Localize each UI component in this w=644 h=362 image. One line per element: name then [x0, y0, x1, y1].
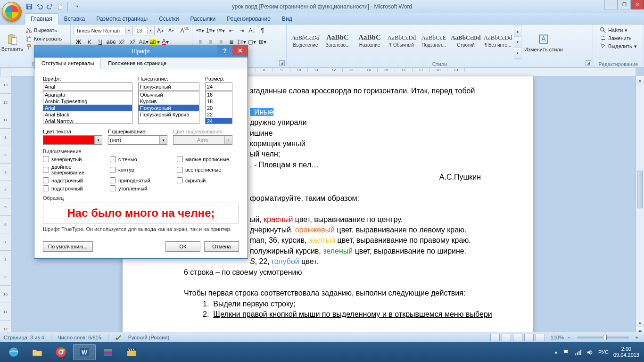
list-item[interactable]: 16 — [206, 91, 232, 98]
maximize-button[interactable]: ❐ — [618, 0, 631, 9]
tab-home[interactable]: Главная — [25, 13, 58, 25]
tab-references[interactable]: Ссылки — [153, 14, 184, 24]
taskbar-word[interactable]: W — [73, 344, 96, 360]
change-styles-button[interactable]: A Изменить стили — [521, 25, 566, 59]
tray-language[interactable]: РУС — [598, 349, 609, 355]
tab-view[interactable]: Вид — [276, 14, 298, 24]
list-item[interactable]: 24 — [206, 118, 232, 124]
zoom-out-button[interactable]: − — [566, 335, 572, 340]
style-item[interactable]: AaBbCНазвание — [354, 25, 386, 56]
clear-formatting-button[interactable]: A⌫ — [177, 25, 187, 35]
view-print-layout[interactable] — [490, 334, 500, 341]
effect-checkbox[interactable]: зачеркнутый — [43, 156, 105, 162]
zoom-slider[interactable] — [577, 337, 629, 338]
effect-checkbox[interactable]: контур — [110, 164, 172, 175]
replace-button[interactable]: Заменить — [598, 34, 639, 42]
decrease-indent-button[interactable]: ⇤ — [226, 25, 236, 35]
increase-indent-button[interactable]: ⇥ — [237, 25, 247, 35]
scroll-thumb[interactable] — [637, 171, 643, 208]
dialog-title-bar[interactable]: Шрифт ? ✕ — [34, 45, 248, 58]
select-button[interactable]: Выделить ▾ — [598, 42, 639, 50]
tab-layout[interactable]: Разметка страницы — [91, 14, 153, 24]
multilevel-button[interactable]: ⁝≡▾ — [216, 25, 226, 35]
vertical-ruler[interactable]: 131211123456789101112 — [0, 76, 11, 342]
status-page[interactable]: Страница: 3 из 4 — [4, 335, 44, 340]
list-item[interactable]: 18 — [206, 98, 232, 105]
grow-font-button[interactable]: A▲ — [156, 25, 165, 35]
effect-checkbox[interactable]: с тенью — [110, 156, 172, 162]
paste-button[interactable]: Вставить — [3, 25, 22, 59]
borders-button[interactable]: ⊞▾ — [257, 37, 267, 47]
effect-checkbox[interactable]: все прописные — [177, 164, 239, 175]
font-name-input[interactable] — [43, 82, 132, 91]
scroll-up-icon[interactable]: ▲ — [636, 76, 644, 84]
font-size-input[interactable] — [205, 82, 232, 91]
view-draft[interactable] — [536, 334, 545, 341]
effect-checkbox[interactable]: двойное зачеркивание — [43, 164, 105, 175]
spellcheck-icon[interactable] — [115, 334, 122, 341]
network-icon[interactable] — [575, 349, 582, 356]
tray-clock[interactable]: 2:00 09.04.2013 — [613, 346, 639, 358]
default-button[interactable]: По умолчанию... — [43, 241, 93, 252]
dialog-tab-position[interactable]: Положение на странице — [101, 58, 173, 69]
taskbar-explorer[interactable] — [26, 344, 49, 360]
list-item[interactable]: Полужирный — [139, 105, 199, 111]
view-outline[interactable] — [524, 334, 534, 341]
font-color-select[interactable]: ▼ — [43, 135, 102, 145]
effect-checkbox[interactable]: малые прописные — [177, 156, 239, 162]
font-list[interactable]: AparajitaArabic TypesettingArialArial Bl… — [43, 91, 132, 124]
list-item[interactable]: 20 — [206, 105, 232, 111]
show-marks-button[interactable]: ¶ — [257, 25, 267, 35]
list-item[interactable]: Обычный — [139, 91, 199, 98]
styles-gallery[interactable]: AaBbCcDdВыделениеAaBbCЗаголово...AaBbCНа… — [289, 25, 514, 56]
list-item[interactable]: Arial Black — [43, 111, 132, 118]
ok-button[interactable]: ОК — [165, 241, 200, 252]
sort-button[interactable]: A↓ — [247, 25, 257, 35]
font-size-combo[interactable]: 13▼ — [134, 26, 155, 35]
taskbar-chrome[interactable] — [50, 344, 72, 360]
zoom-in-button[interactable]: + — [634, 335, 640, 340]
style-item[interactable]: AaBbCЗаголово... — [322, 25, 354, 56]
view-web[interactable] — [513, 334, 522, 341]
styles-dialog-launcher[interactable]: ◢ — [586, 60, 591, 66]
dialog-close-button[interactable]: ✕ — [232, 45, 248, 56]
paragraph-dialog-launcher[interactable]: ◢ — [279, 60, 285, 66]
size-list[interactable]: 1618202224 — [205, 91, 232, 124]
taskbar-ie[interactable] — [2, 344, 25, 360]
dialog-help-button[interactable]: ? — [217, 45, 232, 56]
shading-button[interactable]: ▢▾ — [247, 37, 257, 47]
underline-select[interactable]: (нет)▼ — [108, 135, 167, 145]
styles-gallery-scroll[interactable]: ▲▼▾ — [514, 25, 521, 59]
cut-button[interactable]: Вырезать — [24, 26, 64, 34]
tab-insert[interactable]: Вставка — [58, 14, 91, 24]
cancel-button[interactable]: Отмена — [204, 241, 239, 252]
font-family-combo[interactable]: Times New Roman▼ — [74, 26, 133, 35]
zoom-level[interactable]: 110% — [551, 335, 564, 340]
style-item[interactable]: AaBbCcDdВыделение — [289, 25, 322, 56]
close-button[interactable]: ✕ — [631, 0, 644, 9]
shrink-font-button[interactable]: A▼ — [166, 25, 176, 35]
status-language[interactable]: Русский (Россия) — [128, 335, 169, 340]
find-button[interactable]: Найти ▾ — [598, 26, 639, 34]
flag-icon[interactable] — [563, 349, 570, 356]
style-item[interactable]: AaBbCcEПодзагол... — [418, 25, 450, 56]
office-button[interactable] — [2, 2, 22, 22]
effect-checkbox[interactable]: приподнятый — [110, 177, 172, 183]
status-words[interactable]: Число слов: 6/815 — [58, 335, 101, 340]
list-item[interactable]: 22 — [206, 111, 232, 118]
list-item[interactable]: Arabic Typesetting — [43, 98, 132, 105]
list-item[interactable]: Курсив — [139, 98, 199, 105]
list-item[interactable]: Полужирный Курсив — [139, 111, 199, 118]
tray-show-hidden-icon[interactable]: ▲ — [554, 350, 558, 354]
effect-checkbox[interactable]: утопленный — [110, 185, 172, 191]
numbering-button[interactable]: 1≡▾ — [206, 25, 215, 35]
minimize-button[interactable]: — — [604, 0, 618, 9]
dialog-tab-indents[interactable]: Отступы и интервалы — [34, 58, 101, 69]
effect-checkbox[interactable]: подстрочный — [43, 185, 105, 191]
style-list[interactable]: ОбычныйКурсивПолужирныйПолужирный Курсив — [138, 91, 199, 124]
taskbar-media[interactable] — [120, 344, 143, 360]
copy-button[interactable]: Копировать — [24, 35, 64, 42]
vertical-scrollbar[interactable]: ▲ ▼ ◉ ▼ — [636, 76, 644, 342]
scroll-down-icon[interactable]: ▼ — [636, 320, 644, 327]
effect-checkbox[interactable]: скрытый — [177, 177, 239, 183]
